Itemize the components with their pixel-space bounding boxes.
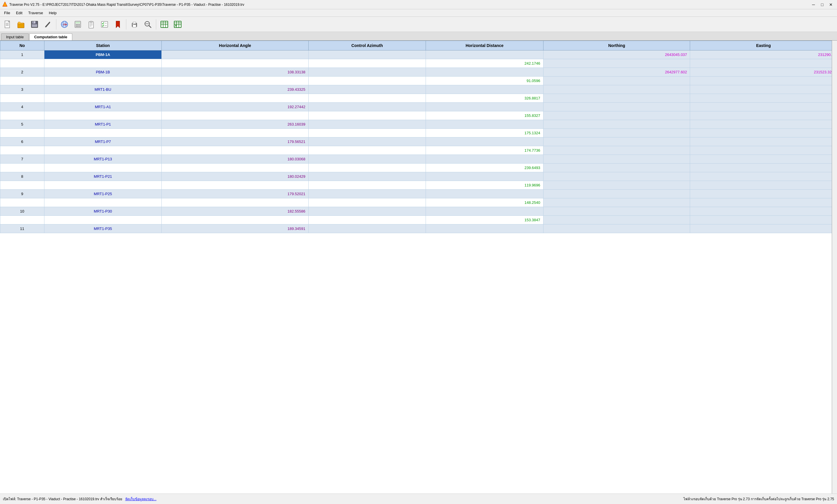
cell-northing: 2642977.602 (543, 68, 690, 77)
tab-computation[interactable]: Computation table (29, 33, 72, 40)
cell-station[interactable]: MRT1-A1 (44, 102, 161, 111)
cell-azimuth (308, 102, 426, 111)
status-left-text: เปิดไฟล์: Traverse - P1-P35 - Viaduct - … (3, 496, 680, 502)
cell-northing (543, 190, 690, 198)
cell-station[interactable]: MRT1-P30 (44, 207, 161, 216)
tab-input[interactable]: Input table (1, 33, 29, 40)
cell-station[interactable]: MRT1-BU (44, 85, 161, 94)
cell-northing-empty (543, 129, 690, 137)
cell-azimuth-empty (308, 77, 426, 85)
cell-northing-empty (543, 59, 690, 68)
cell-angle: 263.16039 (162, 120, 309, 129)
checklist-button[interactable] (99, 18, 111, 31)
calculator-button[interactable] (72, 18, 84, 31)
minimize-button[interactable]: ─ (810, 2, 817, 7)
cell-no: 8 (0, 172, 44, 181)
cell-angle-empty (162, 59, 309, 68)
bookmark-button[interactable] (112, 18, 124, 31)
cell-station[interactable]: PBM-1B (44, 68, 161, 77)
table-row[interactable]: 9MRT1-P25179.52021 (0, 190, 837, 198)
table-green-button[interactable] (158, 18, 171, 31)
app-icon (2, 1, 7, 7)
cell-no-empty (0, 129, 44, 137)
new-button[interactable] (2, 18, 14, 31)
svg-rect-23 (79, 24, 80, 25)
table-row[interactable]: 5MRT1-P1263.16039 (0, 120, 837, 129)
cell-northing-empty (543, 146, 690, 155)
title-bar-text: Traverse Pro V2.75 - E:\PROJECT2017ITD\2… (9, 3, 810, 7)
svg-rect-36 (133, 25, 136, 27)
cell-hdist (426, 102, 543, 111)
globe-button[interactable]: ITM (58, 18, 71, 31)
cell-no-empty (0, 181, 44, 190)
cell-angle-empty (162, 77, 309, 85)
cell-hdist (426, 224, 543, 233)
header-no: No (0, 41, 44, 51)
cell-hdist-value: 239.6493 (426, 164, 543, 172)
cell-northing-empty (543, 111, 690, 120)
menu-traverse[interactable]: Traverse (25, 10, 46, 16)
save-button[interactable] (29, 18, 41, 31)
cell-station[interactable]: PBM-1A (44, 51, 161, 59)
table-row[interactable]: 3MRT1-BU239.43325 (0, 85, 837, 94)
cell-no: 10 (0, 207, 44, 216)
close-button[interactable]: ✕ (827, 2, 835, 7)
cell-hdist (426, 85, 543, 94)
header-control-azimuth: Control Azimuth (308, 41, 426, 51)
cell-hdist-value: 242.1746 (426, 59, 543, 68)
scan-button[interactable] (142, 18, 154, 31)
table-row[interactable]: 2PBM-1B108.331382642977.602231523.323 (0, 68, 837, 77)
cell-station[interactable]: MRT1-P25 (44, 190, 161, 198)
cell-northing-empty (543, 181, 690, 190)
cell-easting-empty (690, 94, 837, 102)
clipboard-button[interactable] (85, 18, 97, 31)
cell-no-empty (0, 77, 44, 85)
menu-file[interactable]: File (1, 10, 13, 16)
cell-northing (543, 172, 690, 181)
status-bar: เปิดไฟล์: Traverse - P1-P35 - Viaduct - … (0, 493, 837, 504)
table-row[interactable]: 1PBM-1A2643045.037231290.6 (0, 51, 837, 59)
table-row[interactable]: 8MRT1-P21180.02429 (0, 172, 837, 181)
cell-station[interactable]: MRT1-P13 (44, 155, 161, 164)
menu-help[interactable]: Help (46, 10, 59, 16)
cell-no: 1 (0, 51, 44, 59)
table-row[interactable]: 6MRT1-P7179.56521 (0, 137, 837, 146)
cell-northing-empty (543, 164, 690, 172)
cell-station[interactable]: MRT1-P21 (44, 172, 161, 181)
cell-hdist-value: 119.9696 (426, 181, 543, 190)
cell-angle: 239.43325 (162, 85, 309, 94)
cell-hdist (426, 172, 543, 181)
cell-station-empty (44, 77, 161, 85)
cell-station[interactable]: MRT1-P7 (44, 137, 161, 146)
edit-button[interactable] (42, 18, 54, 31)
open-button[interactable] (15, 18, 27, 31)
cell-hdist (426, 190, 543, 198)
cell-no-empty (0, 146, 44, 155)
excel-button[interactable]: X (172, 18, 184, 31)
print-button[interactable] (128, 18, 141, 31)
table-row[interactable]: 7MRT1-P13180.03068 (0, 155, 837, 164)
cell-no-empty (0, 94, 44, 102)
table-sub-row: 242.1746 (0, 59, 837, 68)
cell-easting (690, 85, 837, 94)
svg-rect-10 (33, 21, 34, 23)
cell-angle: 180.03068 (162, 155, 309, 164)
cell-easting-empty (690, 181, 837, 190)
cell-azimuth-empty (308, 129, 426, 137)
cell-station[interactable]: MRT1-P1 (44, 120, 161, 129)
scrollbar[interactable] (832, 41, 837, 493)
table-row[interactable]: 11MRT1-P35189.34591 (0, 224, 837, 233)
maximize-button[interactable]: □ (818, 2, 826, 7)
status-link[interactable]: จัดเก็บข้อมูลลงรอบ... (125, 497, 157, 501)
cell-angle-empty (162, 94, 309, 102)
header-station: Station (44, 41, 161, 51)
table-row[interactable]: 10MRT1-P30182.55586 (0, 207, 837, 216)
cell-azimuth-empty (308, 111, 426, 120)
tab-bar: Input table Computation table (0, 32, 837, 41)
cell-northing: 2643045.037 (543, 51, 690, 59)
toolbar: ITM (0, 17, 837, 32)
menu-edit[interactable]: Edit (13, 10, 25, 16)
cell-easting-empty (690, 146, 837, 155)
cell-station[interactable]: MRT1-P35 (44, 224, 161, 233)
table-row[interactable]: 4MRT1-A1192.27442 (0, 102, 837, 111)
